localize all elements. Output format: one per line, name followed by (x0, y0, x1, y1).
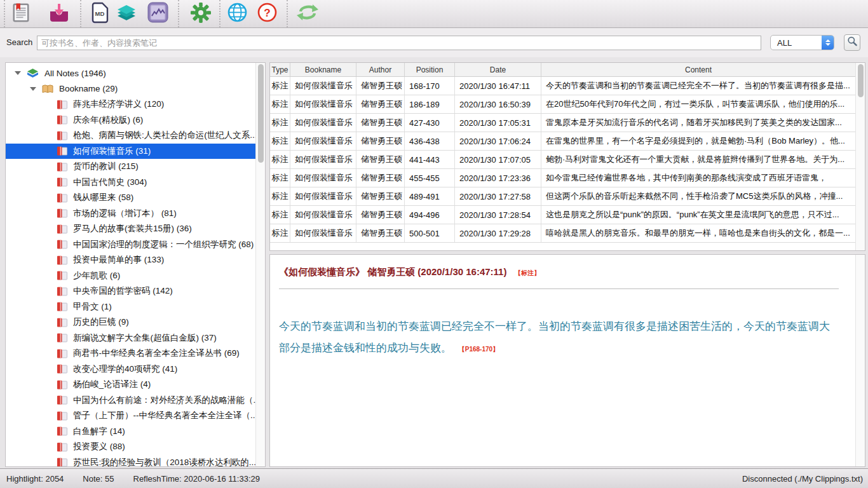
detail-scrollbar[interactable] (855, 255, 865, 466)
table-row[interactable]: 标注 如何假装懂音乐 储智勇王硕 186-189 2020/1/30 16:50… (270, 95, 855, 114)
tree-item-label: 新编说文解字大全集(超值白金版) (37) (73, 332, 217, 344)
settings-button[interactable] (190, 2, 212, 26)
search-button[interactable] (844, 34, 860, 51)
tree-item-book[interactable]: 枪炮、病菌与钢铁:人类社会的命运(世纪人文系... (6, 128, 265, 144)
toolbar-separator (287, 0, 288, 27)
tree-item-label: 白鱼解字 (14) (73, 426, 125, 437)
tree-item-all-notes[interactable]: All Notes (1946) (6, 65, 265, 81)
table-row[interactable]: 标注 如何假装懂音乐 储智勇王硕 168-170 2020/1/30 16:47… (270, 77, 855, 95)
cell-author: 储智勇王硕 (356, 206, 405, 224)
cell-type: 标注 (270, 187, 290, 205)
tree-item-book[interactable]: 薛兆丰经济学讲义 (120) (6, 97, 265, 112)
table-row[interactable]: 标注 如何假装懂音乐 储智勇王硕 489-491 2020/1/30 17:27… (270, 187, 855, 206)
tree-item-book[interactable]: 罗马人的故事(套装共15册) (36) (6, 221, 265, 237)
table-scrollbar-thumb[interactable] (858, 64, 864, 97)
tree-item-label: All Notes (1946) (44, 69, 106, 78)
book-icon (57, 287, 68, 296)
statistics-button[interactable] (147, 2, 168, 25)
cell-content: 鲍勃·马利对雷鬼文化还有一个重大贡献，就是将脏辫传播到了世界各地。关于为... (541, 151, 855, 168)
markdown-export-button[interactable]: MD (90, 2, 109, 26)
disclosure-triangle-icon[interactable] (30, 87, 36, 91)
table-scrollbar[interactable] (855, 63, 865, 250)
tree-item-book[interactable]: 苏世民:我的经验与教训（2018读桥水达利欧的... (6, 455, 265, 468)
cell-date: 2020/1/30 17:23:36 (455, 169, 541, 187)
tree-item-book[interactable]: 杨伯峻_论语译注 (4) (6, 377, 265, 393)
cell-bookname: 如何假装懂音乐 (290, 169, 356, 187)
status-refresh-time: RefleshTime: 2020-06-16 11:33:29 (133, 474, 260, 484)
tree-item-book[interactable]: 钱从哪里来 (58) (6, 190, 265, 206)
tree-item-book[interactable]: 货币的教训 (215) (6, 159, 265, 175)
tree-item-book[interactable]: 中国古代简史 (304) (6, 175, 265, 191)
tree-item-book[interactable]: 如何假装懂音乐 (31) (6, 144, 265, 159)
tree-item-book[interactable]: 中国为什么有前途：对外经济关系的战略潜能（... (6, 393, 265, 409)
tree-item-book[interactable]: 管子（上下册）--中华经典名著全本全注全译（... (6, 408, 265, 424)
toolbar: MD (0, 0, 868, 28)
website-button[interactable] (227, 2, 248, 25)
import-button[interactable] (48, 3, 70, 25)
table-row[interactable]: 标注 如何假装懂音乐 储智勇王硕 427-430 2020/1/30 17:05… (270, 114, 855, 132)
layers-export-button[interactable] (116, 4, 137, 24)
tree-item-label: 罗马人的故事(套装共15册) (36) (73, 223, 192, 234)
sidebar-scrollbar[interactable] (255, 63, 265, 466)
tree-item-book[interactable]: 中央帝国的哲学密码 (142) (6, 283, 265, 299)
column-header-date[interactable]: Date (455, 63, 541, 76)
tree-item-label: 改变心理学的40项研究 (41) (73, 363, 177, 375)
layers-export-icon (116, 4, 137, 24)
tree-item-label: 中国国家治理的制度逻辑：一个组织学研究 (68) (73, 239, 254, 250)
tree-item-book[interactable]: 历史的巨镜 (9) (6, 315, 265, 330)
table-row[interactable]: 标注 如何假装懂音乐 储智勇王硕 494-496 2020/1/30 17:28… (270, 206, 855, 224)
tree-item-book[interactable]: 新编说文解字大全集(超值白金版) (37) (6, 330, 265, 346)
search-input[interactable] (37, 36, 761, 50)
tree-item-label: Bookname (29) (59, 84, 118, 93)
refresh-button[interactable] (296, 3, 319, 25)
tree-item-bookname[interactable]: Bookname (29) (6, 81, 265, 97)
table-row[interactable]: 标注 如何假装懂音乐 储智勇王硕 455-455 2020/1/30 17:23… (270, 169, 855, 187)
filter-dropdown-value: ALL (771, 38, 822, 48)
cell-author: 储智勇王硕 (356, 77, 405, 95)
book-icon (57, 193, 68, 203)
column-header-author[interactable]: Author (356, 63, 405, 76)
table-row[interactable]: 标注 如何假装懂音乐 储智勇王硕 500-501 2020/1/30 17:29… (270, 224, 855, 243)
tree-item-book[interactable]: 少年凯歌 (6) (6, 268, 265, 284)
all-notes-icon (26, 68, 39, 78)
disclosure-triangle-icon[interactable] (15, 71, 21, 75)
tree-item-label: 历史的巨镜 (9) (73, 316, 129, 328)
note-title: 《如何假装懂音乐》 储智勇王硕 (2020/1/30 16:47:11) (279, 266, 506, 277)
book-icon (57, 255, 68, 265)
cell-author: 储智勇王硕 (356, 132, 405, 150)
cell-position: 494-496 (405, 206, 455, 224)
cell-content: 这也是朋克之所以是“punk”的原因。“punk”在英文里是流氓阿飞的意思，只不… (541, 206, 855, 224)
tree-item-book[interactable]: 投资要义 (88) (6, 439, 265, 455)
column-header-content[interactable]: Content (541, 63, 855, 76)
column-header-type[interactable]: Type (270, 63, 290, 76)
notes-button[interactable] (11, 3, 31, 25)
table-row[interactable]: 标注 如何假装懂音乐 储智勇王硕 441-443 2020/1/30 17:07… (270, 151, 855, 169)
book-icon (57, 146, 68, 156)
tree-item-book[interactable]: 市场的逻辑（增订本） (81) (6, 206, 265, 222)
statistics-icon (147, 2, 168, 25)
cell-content: 如今雷鬼已经传遍世界各地，其中传到南美的那条线演变成了西班牙语雷鬼， (541, 169, 855, 187)
help-button[interactable]: ? (257, 2, 278, 25)
book-icon (57, 162, 68, 172)
tree-item-book[interactable]: 中国国家治理的制度逻辑：一个组织学研究 (68) (6, 237, 265, 253)
book-icon (57, 380, 68, 390)
tree-item-label: 薛兆丰经济学讲义 (120) (73, 98, 164, 110)
cell-author: 储智勇王硕 (356, 95, 405, 113)
column-header-position[interactable]: Position (405, 63, 455, 76)
table-row[interactable]: 标注 如何假装懂音乐 储智勇王硕 436-438 2020/1/30 17:06… (270, 132, 855, 151)
cell-position: 427-430 (405, 114, 455, 132)
tree-item-book[interactable]: 改变心理学的40项研究 (41) (6, 362, 265, 377)
filter-dropdown[interactable]: ALL (770, 35, 834, 50)
book-icon (57, 302, 68, 311)
tree-item-label: 枪炮、病菌与钢铁:人类社会的命运(世纪人文系... (73, 130, 257, 141)
status-highlight-count: Hightlight: 2054 (6, 474, 64, 484)
tree-item-book[interactable]: 投资中最简单的事 (133) (6, 252, 265, 268)
tree-item-book[interactable]: 庆余年(精校版) (6) (6, 112, 265, 128)
tree-item-book[interactable]: 白鱼解字 (14) (6, 424, 265, 440)
cell-author: 储智勇王硕 (356, 169, 405, 187)
tree-item-book[interactable]: 商君书-中华经典名著全本全注全译丛书 (69) (6, 346, 265, 362)
cell-bookname: 如何假装懂音乐 (290, 77, 356, 95)
sidebar-scrollbar-thumb[interactable] (258, 64, 264, 163)
column-header-bookname[interactable]: Bookname (290, 63, 356, 76)
tree-item-book[interactable]: 甲骨文 (1) (6, 299, 265, 315)
